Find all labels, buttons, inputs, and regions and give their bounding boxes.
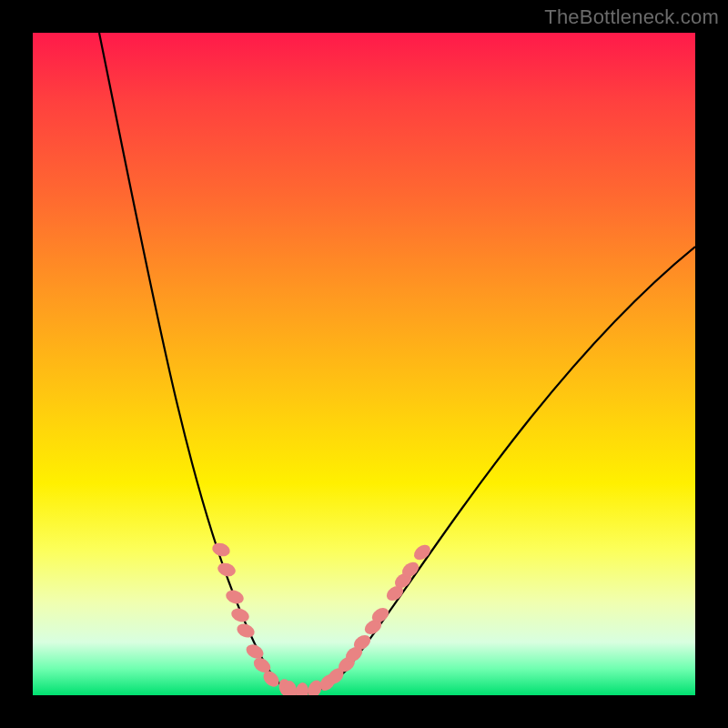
chart-frame: TheBottleneck.com xyxy=(0,0,728,728)
bead-marker xyxy=(216,561,237,578)
watermark-text: TheBottleneck.com xyxy=(544,5,719,29)
bead-marker xyxy=(210,541,231,558)
plot-area xyxy=(33,33,695,695)
chart-svg xyxy=(33,33,695,695)
bead-markers-group xyxy=(210,541,433,695)
bead-marker xyxy=(229,606,251,624)
bead-marker xyxy=(235,622,257,640)
bead-marker xyxy=(295,682,309,695)
bead-marker xyxy=(224,588,246,606)
